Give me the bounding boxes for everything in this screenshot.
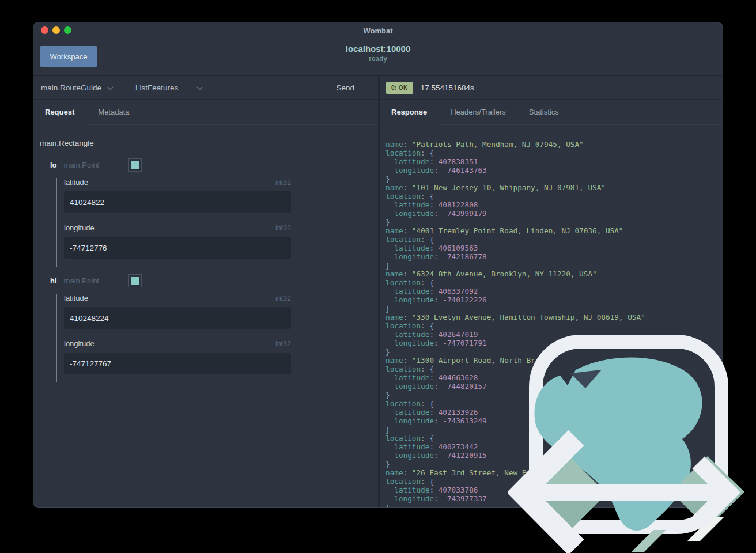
logo-accent-white bbox=[687, 517, 724, 541]
host-address: localhost:10000 bbox=[33, 44, 723, 54]
response-output: name: "Patriots Path, Mendham, NJ 07945,… bbox=[380, 125, 723, 507]
response-line: latitude: 406109563 bbox=[385, 244, 723, 252]
response-line: longitude: -743977337 bbox=[385, 494, 723, 503]
response-line: longitude: -744820157 bbox=[385, 382, 723, 391]
method-selector[interactable]: ListFeatures bbox=[135, 84, 203, 92]
response-line: latitude: 407838351 bbox=[385, 157, 723, 166]
field-primitive-type: int32 bbox=[275, 224, 291, 232]
response-line: location: { bbox=[385, 365, 723, 373]
response-line: } bbox=[385, 391, 723, 399]
field-primitive-type: int32 bbox=[275, 340, 291, 348]
field-label: longitude bbox=[64, 339, 94, 348]
field-primitive-type: int32 bbox=[275, 294, 291, 302]
window-title: Wombat bbox=[33, 26, 723, 35]
tab-request[interactable]: Request bbox=[33, 100, 86, 124]
response-line: } bbox=[385, 425, 723, 434]
response-line: name: "6324 8th Avenue, Brooklyn, NY 112… bbox=[385, 270, 723, 278]
response-line: location: { bbox=[385, 399, 723, 408]
field-primitive-type: int32 bbox=[275, 179, 291, 187]
response-line: latitude: 407033786 bbox=[385, 486, 723, 494]
response-line: name: "Patriots Path, Mendham, NJ 07945,… bbox=[385, 140, 723, 149]
connection-state: ready bbox=[33, 54, 723, 63]
duration-label: 17.554151684s bbox=[421, 84, 474, 92]
response-line: } bbox=[385, 503, 723, 507]
response-line: latitude: 402133926 bbox=[385, 408, 723, 416]
method-selector-label: ListFeatures bbox=[135, 84, 178, 92]
response-line: location: { bbox=[385, 477, 723, 486]
hi-longitude-input[interactable] bbox=[64, 353, 291, 374]
titlebar: Wombat bbox=[33, 22, 723, 39]
tab-response[interactable]: Response bbox=[380, 100, 439, 124]
response-line: location: { bbox=[385, 192, 723, 200]
response-line: name: "330 Evelyn Avenue, Hamilton Towns… bbox=[385, 313, 723, 321]
response-line: latitude: 406337092 bbox=[385, 287, 723, 296]
tab-metadata[interactable]: Metadata bbox=[86, 100, 141, 124]
response-line: longitude: -743999179 bbox=[385, 209, 723, 218]
service-selector[interactable]: main.RouteGuide bbox=[41, 84, 114, 92]
message-type-label: main.Rectangle bbox=[40, 139, 378, 147]
field-enabled-checkbox[interactable] bbox=[129, 275, 141, 287]
response-line: longitude: -740122226 bbox=[385, 296, 723, 304]
response-line: longitude: -746143763 bbox=[385, 166, 723, 175]
right-toolbar: 0: OK 17.554151684s bbox=[380, 76, 723, 100]
response-line: name: "4001 Tremley Point Road, Linden, … bbox=[385, 226, 723, 235]
field-message-type: main.Point bbox=[64, 161, 99, 169]
lo-latitude-input[interactable] bbox=[64, 191, 291, 213]
field-message-type: main.Point bbox=[64, 276, 99, 285]
response-line: latitude: 404663628 bbox=[385, 373, 723, 382]
field-label: longitude bbox=[64, 224, 94, 232]
response-line: longitude: -741220915 bbox=[385, 451, 723, 460]
response-line: } bbox=[385, 304, 723, 313]
response-line: } bbox=[385, 261, 723, 270]
response-panel: 0: OK 17.554151684s ResponseHeaders/Trai… bbox=[380, 76, 723, 507]
service-selector-label: main.RouteGuide bbox=[41, 84, 101, 92]
response-line: } bbox=[385, 347, 723, 356]
response-line: longitude: -742186778 bbox=[385, 252, 723, 261]
response-line: longitude: -747071791 bbox=[385, 339, 723, 347]
field-name: hi bbox=[50, 276, 57, 285]
field-enabled-checkbox[interactable] bbox=[129, 159, 141, 171]
request-tabbar: RequestMetadata bbox=[33, 100, 378, 125]
field-name: lo bbox=[50, 161, 57, 169]
field-label: latitude bbox=[64, 294, 88, 302]
status-badge: 0: OK bbox=[386, 82, 413, 94]
response-line: latitude: 402647019 bbox=[385, 330, 723, 339]
response-line: name: "101 New Jersey 10, Whippany, NJ 0… bbox=[385, 183, 723, 192]
tab-statistics[interactable]: Statistics bbox=[517, 100, 570, 124]
response-line: name: "1300 Airport Road, North Br bbox=[385, 356, 723, 365]
field-group-hi: himain.Pointlatitudeint32longitudeint32 bbox=[40, 275, 378, 382]
response-line: location: { bbox=[385, 149, 723, 157]
field-group-lo: lomain.Pointlatitudeint32longitudeint32 bbox=[40, 159, 378, 267]
response-tabbar: ResponseHeaders/TrailersStatistics bbox=[380, 100, 723, 125]
request-panel: main.RouteGuide ListFeatures Send Reques… bbox=[33, 76, 378, 507]
logo-accent-sage bbox=[632, 530, 666, 552]
response-line: location: { bbox=[385, 235, 723, 244]
send-button[interactable]: Send bbox=[332, 83, 358, 93]
tab-headers-trailers[interactable]: Headers/Trailers bbox=[439, 100, 517, 124]
wombat-window: Wombat Workspace localhost:10000 ready m… bbox=[33, 22, 723, 508]
lo-longitude-input[interactable] bbox=[64, 237, 291, 259]
left-toolbar: main.RouteGuide ListFeatures Send bbox=[33, 76, 378, 100]
chevron-down-icon bbox=[196, 86, 203, 90]
response-line: name: "26 East 3rd Street, New Pr bbox=[385, 468, 723, 477]
header: Workspace localhost:10000 ready bbox=[33, 39, 723, 76]
request-form: main.Rectangle lomain.Pointlatitudeint32… bbox=[33, 125, 378, 507]
connection-status: localhost:10000 ready bbox=[33, 44, 723, 63]
hi-latitude-input[interactable] bbox=[64, 307, 291, 329]
response-line: } bbox=[385, 460, 723, 468]
screen: Wombat Workspace localhost:10000 ready m… bbox=[0, 0, 756, 553]
response-line: latitude: 400273442 bbox=[385, 442, 723, 451]
response-line: } bbox=[385, 175, 723, 183]
response-line: location: { bbox=[385, 278, 723, 287]
response-line: location: { bbox=[385, 321, 723, 330]
response-line: location: { bbox=[385, 434, 723, 442]
response-line: latitude: 408122808 bbox=[385, 200, 723, 209]
response-line: longitude: -743613249 bbox=[385, 416, 723, 425]
chevron-down-icon bbox=[107, 86, 114, 90]
response-line: } bbox=[385, 218, 723, 226]
field-label: latitude bbox=[64, 178, 88, 187]
